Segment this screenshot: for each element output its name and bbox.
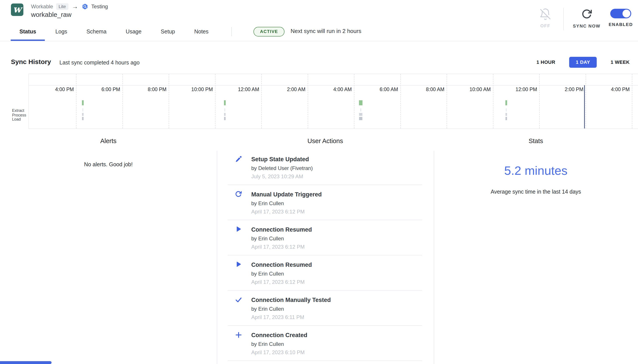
tab-usage[interactable]: Usage (117, 28, 150, 41)
notifications-label: OFF (540, 24, 550, 28)
tab-status[interactable]: Status (11, 28, 45, 41)
status-badge: ACTIVE (254, 27, 284, 36)
timeline-gridline (586, 74, 586, 128)
user-action-date: April 17, 2023 6:10 PM (251, 349, 422, 356)
range-button-1-hour[interactable]: 1 HOUR (535, 57, 556, 68)
user-action-item: Setup State Updatedby Deleted User (Five… (228, 150, 422, 185)
user-actions-list: Setup State Updatedby Deleted User (Five… (228, 150, 422, 361)
timeline-tick-label: 10:00 AM (470, 86, 491, 92)
user-action-date: July 5, 2023 10:29 AM (251, 173, 422, 180)
stats-value: 5.2 minutes (434, 164, 638, 178)
stats-heading: Stats (434, 138, 638, 145)
user-action-title: Connection Manually Tested (251, 296, 422, 304)
timeline-tick-label: 4:00 PM (611, 86, 630, 92)
stats-caption: Average sync time in the last 14 days (434, 188, 638, 195)
range-buttons: 1 HOUR1 DAY1 WEEK (535, 57, 631, 68)
timeline-gridline (400, 74, 401, 128)
load-marker (359, 117, 362, 120)
sync-marker[interactable] (505, 100, 507, 105)
user-action-item: Manual Update Triggeredby Erin CullenApr… (228, 185, 422, 220)
next-sync-text: Next sync will run in 2 hours (290, 28, 362, 34)
user-action-author: by Deleted User (Fivetran) (251, 165, 422, 172)
sync-history-title: Sync History (11, 58, 51, 66)
timeline-row-label-load: Load (12, 117, 21, 122)
timeline-tick-label: 8:00 PM (148, 86, 166, 92)
process-marker (224, 113, 226, 116)
toggle-knob (622, 10, 630, 18)
enabled-toggle-group: ENABLED (605, 9, 637, 27)
timeline-tick-label: 4:00 AM (334, 86, 352, 92)
tab-setup[interactable]: Setup (152, 28, 184, 41)
sync-marker[interactable] (82, 100, 84, 105)
user-action-author: by Erin Cullen (251, 306, 422, 312)
user-action-title: Connection Created (251, 332, 422, 339)
alerts-heading: Alerts (0, 138, 217, 145)
timeline-row-label-process: Process (12, 113, 26, 117)
pencil-icon (235, 156, 242, 162)
user-action-item: Connection Resumedby Erin CullenApril 17… (228, 256, 422, 290)
range-button-1-day[interactable]: 1 DAY (569, 57, 596, 68)
last-sync-text: Last sync completed 4 hours ago (60, 60, 140, 66)
user-action-date: April 17, 2023 6:12 PM (251, 244, 422, 250)
notifications-button[interactable]: OFF (535, 8, 556, 28)
refresh-icon (235, 191, 242, 198)
alerts-empty-message: No alerts. Good job! (0, 161, 217, 168)
range-button-1-week[interactable]: 1 WEEK (610, 57, 631, 68)
header: w Workable Lite → Testing workable_raw S… (0, 0, 638, 41)
user-actions-heading: User Actions (217, 138, 434, 145)
timeline-gridline (169, 74, 169, 128)
plus-icon (235, 332, 242, 338)
sync-marker[interactable] (359, 100, 362, 105)
bell-off-icon (539, 8, 552, 22)
user-action-author: by Erin Cullen (251, 341, 422, 348)
timeline-gridline (446, 74, 447, 128)
extract-marker (224, 108, 225, 112)
timeline-gridline (632, 74, 632, 128)
horizontal-scrollbar-thumb[interactable] (0, 361, 52, 364)
play-icon (235, 261, 242, 268)
enabled-toggle[interactable] (610, 9, 631, 18)
extract-marker (506, 108, 507, 112)
extract-marker (82, 108, 83, 112)
load-marker (224, 117, 226, 120)
user-action-author: by Erin Cullen (251, 200, 422, 207)
user-action-title: Manual Update Triggered (251, 191, 422, 198)
tab-notes[interactable]: Notes (186, 28, 217, 41)
process-marker (505, 113, 507, 116)
extract-marker (360, 108, 362, 112)
timeline-axis (29, 85, 638, 86)
sync-marker[interactable] (224, 100, 226, 105)
timeline-gridline (215, 74, 216, 128)
timeline-tick-label: 8:00 AM (426, 86, 444, 92)
tab-logs[interactable]: Logs (46, 28, 76, 41)
user-action-title: Connection Resumed (251, 226, 422, 233)
enabled-label: ENABLED (609, 22, 633, 27)
tabs-divider (232, 27, 232, 36)
timeline-row-label-extract: Extract (12, 108, 24, 113)
user-action-title: Setup State Updated (251, 156, 422, 163)
timeline-gridline (122, 74, 123, 128)
tabs: StatusLogsSchemaUsageSetupNotes (11, 0, 217, 41)
column-divider (434, 151, 434, 364)
user-action-author: by Erin Cullen (251, 235, 422, 242)
timeline-tick-label: 10:00 PM (192, 86, 213, 92)
header-divider (563, 8, 564, 30)
timeline-tick-label: 6:00 PM (102, 86, 120, 92)
timeline-gridline (354, 74, 354, 128)
tab-schema[interactable]: Schema (78, 28, 115, 41)
current-time-line (584, 85, 585, 128)
timeline-tick-label: 6:00 AM (380, 86, 398, 92)
user-action-date: April 17, 2023 6:12 PM (251, 208, 422, 215)
timeline-gridline (76, 74, 76, 128)
user-action-title: Connection Resumed (251, 261, 422, 268)
sync-now-label: SYNC NOW (573, 24, 600, 28)
check-icon (235, 296, 242, 303)
timeline-tick-label: 4:00 PM (55, 86, 74, 92)
load-marker (82, 117, 84, 120)
connector-dashboard: w Workable Lite → Testing workable_raw S… (0, 0, 638, 364)
user-action-date: April 17, 2023 6:12 PM (251, 279, 422, 285)
timeline-chart: 4:00 PM6:00 PM8:00 PM10:00 PM12:00 AM2:0… (28, 74, 638, 129)
load-marker (505, 117, 507, 120)
timeline-tick-label: 2:00 AM (287, 86, 305, 92)
sync-now-button[interactable]: SYNC NOW (571, 9, 602, 28)
